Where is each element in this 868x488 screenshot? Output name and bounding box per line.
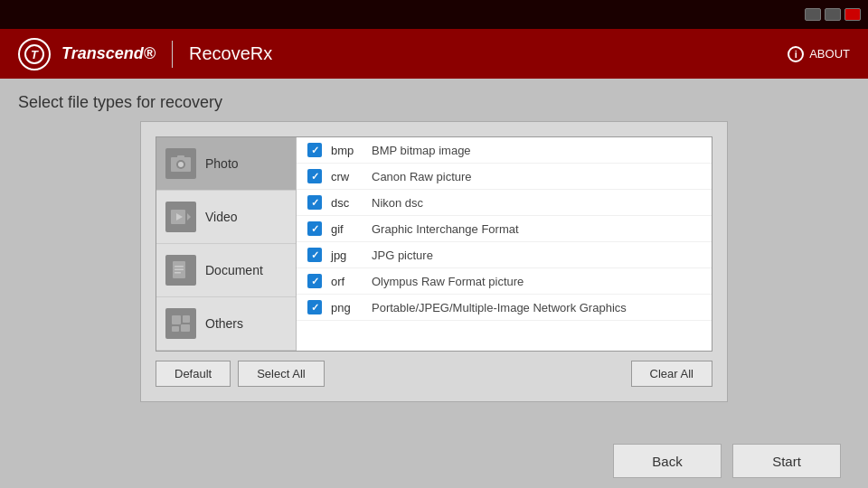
file-desc-bmp: BMP bitmap image [372, 144, 471, 157]
logo-area: T Transcend® RecoveRx [18, 38, 272, 70]
svg-rect-15 [183, 315, 190, 323]
file-desc-jpg: JPG picture [372, 249, 433, 262]
select-all-button[interactable]: Select All [238, 361, 324, 387]
svg-marker-7 [187, 213, 191, 221]
about-icon: i [788, 46, 804, 62]
svg-rect-12 [175, 272, 181, 274]
file-item: dscNikon dsc [297, 190, 712, 216]
logo-divider [172, 41, 173, 68]
file-checkbox-png[interactable] [307, 300, 322, 314]
svg-rect-14 [172, 315, 181, 324]
category-photo-label: Photo [205, 156, 239, 171]
btn-left-group: Default Select All [156, 361, 325, 387]
file-desc-dsc: Nikon dsc [372, 196, 423, 210]
start-button[interactable]: Start [732, 444, 841, 478]
file-desc-png: Portable/JPEG/Multiple-Image Network Gra… [372, 301, 627, 314]
back-button[interactable]: Back [613, 444, 722, 478]
close-button[interactable] [844, 8, 861, 21]
about-label: ABOUT [809, 47, 850, 61]
category-video-label: Video [205, 210, 238, 224]
svg-rect-16 [172, 326, 179, 332]
main-content: Photo Video [0, 121, 868, 402]
svg-text:T: T [31, 48, 39, 61]
clear-all-button[interactable]: Clear All [631, 361, 712, 387]
brand-name: Transcend® [61, 44, 156, 63]
file-ext-dsc: dsc [331, 196, 363, 210]
page-title-area: Select file types for recovery [0, 79, 868, 121]
file-list-area: bmpBMP bitmap imagecrwCanon Raw pictured… [297, 137, 712, 327]
file-item: orfOlympus Raw Format picture [297, 268, 712, 295]
minimize-button[interactable] [805, 8, 821, 21]
logo-icon: T [18, 38, 51, 70]
file-checkbox-orf[interactable] [307, 274, 322, 288]
category-item-document[interactable]: Document [156, 244, 296, 297]
svg-marker-13 [185, 261, 189, 265]
about-button[interactable]: i ABOUT [788, 46, 850, 62]
svg-rect-10 [175, 266, 184, 267]
svg-point-4 [178, 162, 184, 167]
file-ext-gif: gif [331, 222, 363, 236]
panel-inner: Photo Video [156, 136, 712, 352]
file-item: gifGraphic Interchange Format [297, 216, 712, 242]
others-icon [165, 308, 196, 339]
file-ext-png: png [331, 301, 363, 314]
app-header: T Transcend® RecoveRx i ABOUT [0, 29, 868, 79]
bottom-nav: Back Start [0, 434, 868, 488]
file-ext-orf: orf [331, 275, 363, 288]
file-desc-gif: Graphic Interchange Format [372, 222, 519, 236]
file-item: crwCanon Raw picture [297, 164, 712, 190]
file-ext-crw: crw [331, 170, 363, 183]
button-row: Default Select All Clear All [156, 361, 712, 387]
svg-rect-11 [175, 269, 184, 271]
category-item-others[interactable]: Others [156, 297, 296, 351]
video-icon [165, 202, 196, 232]
file-item: jpgJPG picture [297, 242, 712, 268]
titlebar [0, 0, 868, 29]
file-desc-crw: Canon Raw picture [372, 170, 472, 183]
panel: Photo Video [140, 121, 728, 402]
document-icon [165, 255, 196, 286]
page-title: Select file types for recovery [18, 93, 222, 111]
category-others-label: Others [205, 316, 243, 331]
file-checkbox-gif[interactable] [307, 221, 322, 236]
file-ext-bmp: bmp [331, 144, 363, 157]
file-checkbox-crw[interactable] [307, 169, 322, 183]
category-item-video[interactable]: Video [156, 191, 296, 244]
file-desc-orf: Olympus Raw Format picture [372, 275, 524, 288]
svg-rect-5 [177, 155, 184, 158]
app-name: RecoveRx [189, 43, 272, 64]
default-button[interactable]: Default [156, 361, 231, 387]
file-item: pngPortable/JPEG/Multiple-Image Network … [297, 295, 712, 321]
category-document-label: Document [205, 263, 263, 277]
file-checkbox-jpg[interactable] [307, 248, 322, 262]
file-checkbox-dsc[interactable] [307, 195, 322, 210]
svg-rect-17 [181, 324, 190, 332]
file-item: bmpBMP bitmap image [297, 137, 712, 164]
category-list: Photo Video [156, 137, 297, 351]
file-ext-jpg: jpg [331, 249, 363, 262]
category-item-photo[interactable]: Photo [156, 137, 296, 191]
maximize-button[interactable] [825, 8, 841, 21]
file-checkbox-bmp[interactable] [307, 143, 322, 157]
titlebar-controls [805, 8, 861, 21]
photo-icon [165, 148, 196, 179]
